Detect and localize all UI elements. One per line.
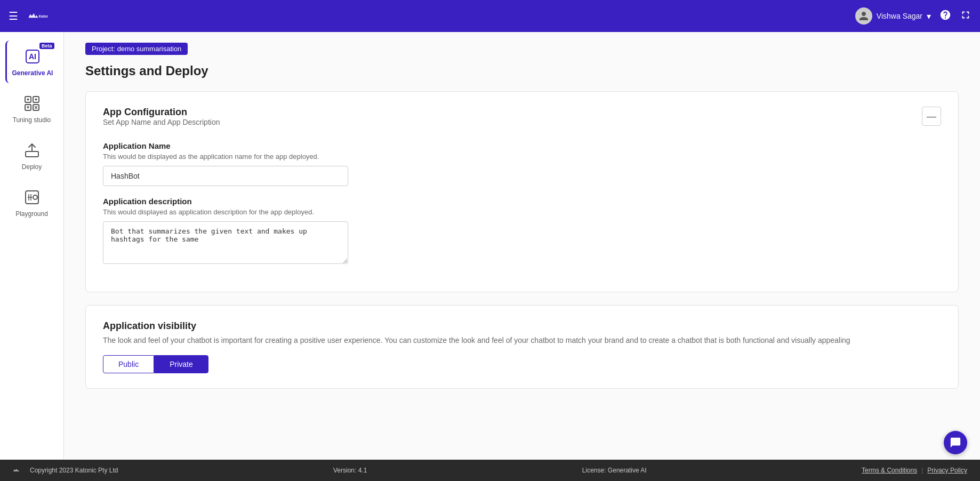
deploy-icon	[22, 141, 42, 160]
user-menu[interactable]: Vishwa Sagar ▾	[855, 7, 931, 25]
visibility-card-title: Application visibility	[103, 320, 941, 332]
tuning-studio-label: Tuning studio	[13, 116, 51, 124]
app-description-label: Application description	[103, 197, 941, 206]
breadcrumb-bar: Project: demo summarisation	[85, 43, 959, 55]
user-chevron-icon: ▾	[927, 11, 931, 21]
header-right: Vishwa Sagar ▾	[855, 7, 971, 25]
privacy-link[interactable]: Privacy Policy	[927, 467, 967, 474]
svg-point-11	[33, 195, 37, 199]
svg-rect-9	[26, 151, 38, 157]
app-configuration-card: App Configuration Set App Name and App D…	[85, 91, 959, 292]
sidebar-item-tuning-studio[interactable]: Tuning studio	[5, 87, 59, 130]
sidebar-item-deploy[interactable]: Deploy	[5, 134, 59, 177]
card-header-text: App Configuration Set App Name and App D…	[103, 107, 220, 137]
card-header: App Configuration Set App Name and App D…	[103, 107, 941, 137]
public-button[interactable]: Public	[103, 355, 154, 373]
visibility-buttons: Public Private	[103, 355, 941, 373]
deploy-label: Deploy	[22, 163, 42, 171]
footer-left: Copyright 2023 Katonic Pty Ltd	[13, 466, 118, 475]
app-name-hint: This would be displayed as the applicati…	[103, 153, 941, 161]
breadcrumb: Project: demo summarisation	[85, 43, 188, 55]
header-left: ☰ Katonic	[9, 5, 48, 27]
footer-right: Terms & Conditions | Privacy Policy	[862, 467, 967, 474]
svg-point-7	[27, 99, 29, 101]
collapse-button[interactable]: —	[922, 107, 941, 126]
app-name-field-group: Application Name This would be displayed…	[103, 141, 941, 186]
beta-badge: Beta	[39, 43, 54, 49]
private-button[interactable]: Private	[154, 355, 208, 373]
card-title: App Configuration	[103, 107, 220, 118]
header: ☰ Katonic Vishwa Sagar ▾	[0, 0, 980, 32]
main-content: Project: demo summarisation Settings and…	[64, 32, 980, 460]
terms-link[interactable]: Terms & Conditions	[862, 467, 917, 474]
user-avatar	[855, 7, 872, 25]
app-description-hint: This would displayed as application desc…	[103, 208, 941, 216]
visibility-card-subtitle: The look and feel of your chatbot is imp…	[103, 336, 941, 344]
logo-svg: Katonic	[27, 5, 48, 27]
user-name-label: Vishwa Sagar	[877, 12, 922, 20]
footer-divider: |	[921, 467, 923, 474]
footer: Copyright 2023 Katonic Pty Ltd Version: …	[0, 460, 980, 481]
footer-license: License: Generative AI	[582, 467, 647, 474]
card-subtitle: Set App Name and App Description	[103, 118, 220, 126]
help-icon[interactable]	[939, 9, 951, 23]
app-name-label: Application Name	[103, 141, 941, 150]
footer-copyright: Copyright 2023 Katonic Pty Ltd	[30, 467, 118, 474]
svg-text:AI: AI	[29, 52, 36, 61]
svg-point-8	[35, 99, 37, 101]
app-description-input[interactable]: Bot that summarizes the given text and m…	[103, 221, 348, 264]
hamburger-icon[interactable]: ☰	[9, 10, 18, 22]
generative-ai-label: Generative AI	[12, 69, 53, 77]
svg-text:Katonic: Katonic	[39, 14, 48, 18]
chat-bubble[interactable]	[944, 431, 967, 454]
app-visibility-card: Application visibility The look and feel…	[85, 305, 959, 389]
sidebar: Beta AI Generative AI Tuning studio	[0, 32, 64, 460]
app-name-input[interactable]	[103, 166, 348, 186]
playground-label: Playground	[15, 210, 48, 218]
footer-version: Version: 4.1	[333, 467, 367, 474]
page-title: Settings and Deploy	[85, 63, 959, 78]
tuning-studio-icon	[22, 94, 42, 113]
footer-logo-icon	[13, 466, 26, 475]
sidebar-item-playground[interactable]: Playground	[5, 181, 59, 224]
fullscreen-icon[interactable]	[960, 9, 971, 23]
generative-ai-icon: AI	[23, 47, 42, 66]
app-description-field-group: Application description This would displ…	[103, 197, 941, 266]
logo: Katonic	[27, 5, 48, 27]
playground-icon	[22, 188, 42, 207]
sidebar-item-generative-ai[interactable]: Beta AI Generative AI	[5, 41, 59, 83]
